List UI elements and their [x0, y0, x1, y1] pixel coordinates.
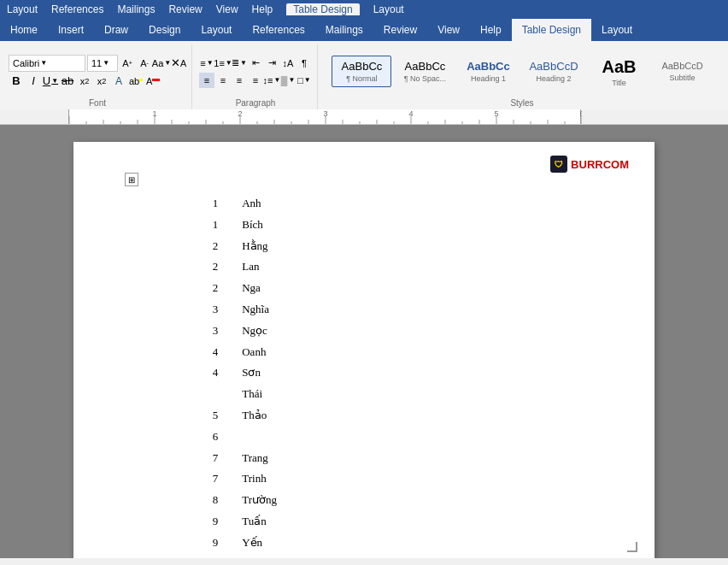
- menu-references[interactable]: References: [51, 3, 103, 15]
- table-row: 9Yến: [125, 533, 603, 554]
- style-subtitle-label: Subtitle: [670, 74, 696, 82]
- table-cell-num: 4: [125, 342, 235, 363]
- menu-mailings[interactable]: Mailings: [117, 3, 155, 15]
- font-size-selector[interactable]: 11 ▼: [87, 55, 118, 72]
- style-title-label: Title: [612, 79, 626, 87]
- tab-mailings[interactable]: Mailings: [315, 19, 373, 41]
- underline-button[interactable]: U▼: [43, 74, 58, 89]
- table-cell-name: Yến: [235, 533, 603, 554]
- menu-table-design[interactable]: Table Design: [286, 3, 359, 15]
- bold-button[interactable]: B: [9, 74, 24, 89]
- font-color-button[interactable]: A: [145, 74, 161, 89]
- tab-help[interactable]: Help: [470, 19, 512, 41]
- table-cell-num: 3: [125, 299, 235, 321]
- menu-layout[interactable]: Layout: [7, 3, 38, 15]
- logo-text: BURRCOM: [571, 158, 629, 171]
- document-table: 1Anh1Bích2Hằng2Lan2Nga3Nghĩa3Ngọc4Oanh4S…: [125, 193, 603, 554]
- tab-table-layout[interactable]: Layout: [591, 19, 643, 41]
- text-highlight-button[interactable]: ab: [128, 74, 144, 89]
- style-subtitle[interactable]: AaBbCcD Subtitle: [653, 56, 713, 86]
- svg-text:3: 3: [323, 109, 327, 118]
- table-cell-num: 2: [125, 236, 235, 257]
- sort-button[interactable]: ↕A: [280, 56, 296, 71]
- superscript-button[interactable]: x2: [94, 74, 109, 89]
- style-normal-label: ¶ Normal: [346, 74, 377, 83]
- tab-table-design[interactable]: Table Design: [512, 19, 591, 41]
- style-heading1[interactable]: AaBbCc Heading 1: [458, 56, 518, 88]
- ribbon-tabs: Home Insert Draw Design Layout Reference…: [0, 19, 728, 41]
- table-resize-handle[interactable]: [627, 542, 637, 552]
- style-subtitle-preview: AaBbCcD: [661, 61, 702, 72]
- style-no-space[interactable]: AaBbCc ¶ No Spac...: [395, 56, 455, 88]
- table-row: 9Tuấn: [125, 511, 603, 533]
- text-effects-button[interactable]: A: [111, 74, 126, 89]
- style-normal[interactable]: AaBbCc ¶ Normal: [332, 56, 391, 88]
- tab-references[interactable]: References: [242, 19, 314, 41]
- menu-table-layout[interactable]: Layout: [373, 3, 404, 15]
- font-group-label: Font: [9, 97, 186, 108]
- tab-review[interactable]: Review: [373, 19, 427, 41]
- tab-draw[interactable]: Draw: [94, 19, 138, 41]
- style-title-preview: AaB: [602, 56, 637, 77]
- table-row: 7Trinh: [125, 468, 603, 490]
- table-cell-num: 9: [125, 511, 235, 533]
- ribbon-toolbar: Calibri ▼ 11 ▼ A+ A- Aa▼ ✕A B I U▼: [0, 41, 728, 109]
- document-logo: 🛡 BURRCOM: [550, 156, 629, 173]
- table-cell-name: Anh: [235, 193, 603, 215]
- table-cell-num: 3: [125, 321, 235, 342]
- table-row: 3Nghĩa: [125, 299, 603, 321]
- style-heading2[interactable]: AaBbCcD Heading 2: [521, 56, 585, 88]
- clear-formatting-button[interactable]: ✕A: [171, 56, 186, 71]
- font-controls: Calibri ▼ 11 ▼ A+ A- Aa▼ ✕A B I U▼: [9, 46, 186, 97]
- table-cell-name: Sơn: [235, 362, 603, 384]
- table-row: 2Lan: [125, 256, 603, 278]
- style-nospace-label: ¶ No Spac...: [404, 74, 446, 83]
- style-h2-preview: AaBbCcD: [529, 60, 578, 74]
- menu-view[interactable]: View: [216, 3, 238, 15]
- style-title[interactable]: AaB Title: [590, 52, 649, 91]
- menu-review[interactable]: Review: [168, 3, 202, 15]
- tab-insert[interactable]: Insert: [48, 19, 94, 41]
- ruler-inner: // Generated via JS below 123456: [68, 109, 581, 125]
- strikethrough-button[interactable]: ab: [60, 74, 75, 89]
- table-row: 1Anh: [125, 193, 603, 215]
- align-right-button[interactable]: ≡: [232, 73, 247, 88]
- multilevel-button[interactable]: ≣▼: [232, 56, 247, 71]
- show-marks-button[interactable]: ¶: [296, 56, 312, 71]
- bullets-button[interactable]: ≡▼: [199, 56, 214, 71]
- svg-text:4: 4: [408, 109, 413, 118]
- font-shrink-button[interactable]: A-: [137, 56, 152, 71]
- change-case-button[interactable]: Aa▼: [154, 56, 169, 71]
- document-page: 🛡 BURRCOM ⊞ 1Anh1Bích2Hằng2Lan2Nga3Nghĩa…: [73, 142, 655, 558]
- table-cell-num: 6: [125, 427, 235, 448]
- shading-button[interactable]: ▒▼: [280, 73, 296, 88]
- font-name-selector[interactable]: Calibri ▼: [9, 55, 85, 72]
- increase-indent-button[interactable]: ⇥: [264, 56, 279, 71]
- table-row: Thái: [125, 384, 603, 405]
- tab-design[interactable]: Design: [138, 19, 191, 41]
- table-move-handle[interactable]: ⊞: [125, 173, 138, 186]
- tab-home[interactable]: Home: [0, 19, 48, 41]
- document-area: 🛡 BURRCOM ⊞ 1Anh1Bích2Hằng2Lan2Nga3Nghĩa…: [0, 125, 728, 558]
- tab-view[interactable]: View: [427, 19, 470, 41]
- decrease-indent-button[interactable]: ⇤: [248, 56, 263, 71]
- table-cell-num: [125, 384, 235, 405]
- font-group: Calibri ▼ 11 ▼ A+ A- Aa▼ ✕A B I U▼: [3, 44, 192, 109]
- borders-button[interactable]: □▼: [296, 73, 312, 88]
- svg-text:5: 5: [494, 109, 498, 118]
- align-center-button[interactable]: ≡: [215, 73, 231, 88]
- menu-help[interactable]: Help: [252, 3, 273, 15]
- font-grow-button[interactable]: A+: [120, 56, 135, 71]
- align-left-button[interactable]: ≡: [199, 73, 214, 88]
- numbering-button[interactable]: 1≡▼: [215, 56, 231, 71]
- tab-layout[interactable]: Layout: [191, 19, 242, 41]
- line-spacing-button[interactable]: ↕≡▼: [264, 73, 279, 88]
- italic-button[interactable]: I: [26, 74, 41, 89]
- justify-button[interactable]: ≡: [248, 73, 263, 88]
- table-row: 4Oanh: [125, 342, 603, 363]
- subscript-button[interactable]: x2: [77, 74, 92, 89]
- table-cell-num: 1: [125, 193, 235, 215]
- table-row: 3Ngọc: [125, 321, 603, 342]
- table-cell-num: 7: [125, 448, 235, 469]
- table-row: 5Thảo: [125, 405, 603, 427]
